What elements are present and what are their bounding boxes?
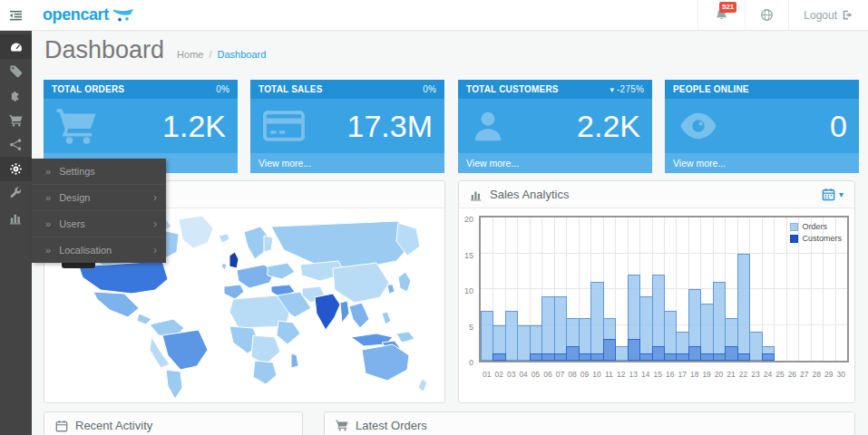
x-tick-label: 09 — [579, 370, 590, 379]
bar-orders-20 — [713, 282, 726, 361]
sidebar-item-catalog[interactable] — [0, 59, 32, 83]
logout-button[interactable]: Logout — [788, 0, 868, 30]
chart-range-button[interactable] — [822, 188, 844, 201]
tile-percent: -275% — [617, 84, 644, 94]
x-tick-label: 18 — [688, 370, 700, 379]
bar-orders-06 — [541, 296, 554, 361]
view-more-link[interactable]: View more... — [250, 153, 444, 173]
gridline — [774, 218, 775, 361]
cart-icon — [9, 114, 23, 127]
bar-customers-17 — [676, 353, 688, 361]
view-more-link[interactable]: View more... — [458, 153, 652, 173]
x-tick-label: 13 — [628, 370, 639, 379]
x-tick-label: 15 — [652, 370, 664, 379]
tile-people-online: PEOPLE ONLINE 0 View more... — [665, 80, 859, 173]
bar-orders-10 — [590, 282, 603, 361]
submenu-item-design[interactable]: Design — [32, 185, 166, 211]
breadcrumb-home[interactable]: Home — [177, 49, 203, 60]
recent-activity-panel: Recent Activity — [44, 411, 303, 435]
bar-customers-24 — [762, 353, 775, 361]
bar-orders-12 — [615, 346, 628, 361]
sidebar-item-sales[interactable] — [0, 108, 32, 132]
x-tick-label: 27 — [798, 370, 810, 379]
x-tick-label: 04 — [517, 370, 529, 379]
panel-title: Recent Activity — [75, 419, 152, 432]
chart-area: 05101520 OrdersCustomers 010203040506070… — [459, 208, 854, 402]
menu-toggle-button[interactable] — [0, 0, 32, 30]
tile-value: 2.2K — [577, 109, 640, 144]
chevron-right-icon — [153, 218, 157, 230]
sidebar — [0, 30, 32, 435]
x-tick-label: 05 — [530, 370, 541, 379]
x-tick-label: 23 — [749, 370, 761, 379]
bar-orders-03 — [505, 311, 518, 361]
sidebar-item-tools[interactable] — [0, 181, 32, 206]
y-tick-label: 10 — [464, 286, 473, 295]
submenu-item-localisation[interactable]: Localisation — [32, 237, 166, 263]
legend-swatch — [790, 223, 798, 231]
legend-swatch — [790, 235, 798, 243]
bar-customers-22 — [737, 353, 750, 361]
logo-text: opencart — [43, 5, 109, 24]
sidebar-item-extensions[interactable] — [0, 83, 32, 108]
logo-cart-icon — [112, 8, 134, 22]
credit-card-icon — [262, 108, 306, 144]
x-tick-label: 29 — [823, 370, 834, 379]
view-more-link[interactable]: View more... — [665, 153, 859, 173]
notifications-button[interactable]: 521 — [697, 0, 745, 30]
opencart-logo[interactable]: opencart — [43, 0, 134, 30]
y-tick-label: 0 — [469, 358, 473, 367]
bar-customers-20 — [713, 353, 726, 361]
panel-title: Sales Analytics — [490, 188, 569, 201]
x-tick-label: 24 — [762, 370, 774, 379]
submenu-label: Settings — [59, 166, 95, 177]
x-tick-label: 19 — [700, 370, 712, 379]
y-tick-label: 5 — [469, 323, 473, 332]
sidebar-item-dashboard[interactable] — [0, 34, 32, 59]
logout-label: Logout — [804, 9, 837, 22]
tile-label: TOTAL SALES — [258, 84, 323, 94]
x-tick-label: 28 — [811, 370, 823, 379]
tile-label: TOTAL CUSTOMERS — [466, 84, 559, 94]
submenu-label: Design — [59, 192, 90, 203]
y-tick-label: 15 — [464, 251, 473, 260]
stores-button[interactable] — [745, 0, 788, 30]
double-angle-right-icon — [45, 166, 51, 177]
y-tick-label: 20 — [464, 215, 473, 224]
breadcrumb: Home/Dashboard — [177, 49, 266, 60]
bar-customers-14 — [639, 353, 652, 361]
tile-percent: 0% — [423, 84, 436, 94]
outdent-icon — [9, 9, 23, 22]
chevron-right-icon — [153, 191, 157, 204]
bar-customers-21 — [725, 346, 737, 361]
panel-title: Latest Orders — [356, 419, 427, 432]
x-tick-label: 26 — [786, 370, 798, 379]
x-tick-label: 22 — [737, 370, 749, 379]
wrench-icon — [9, 187, 23, 200]
sidebar-item-system[interactable] — [0, 157, 32, 181]
submenu-item-settings[interactable]: Settings — [32, 159, 166, 185]
x-tick-label: 20 — [713, 370, 725, 379]
sidebar-item-reports[interactable] — [0, 206, 32, 230]
calendar-icon — [822, 188, 835, 201]
double-angle-right-icon — [45, 218, 51, 229]
share-icon — [9, 138, 23, 151]
x-tick-label: 08 — [566, 370, 578, 379]
bar-customers-15 — [652, 346, 665, 361]
x-tick-label: 11 — [603, 370, 615, 379]
user-icon — [470, 108, 506, 144]
bar-customers-10 — [590, 353, 603, 361]
tile-percent: 0% — [216, 84, 229, 94]
x-tick-label: 02 — [493, 370, 504, 379]
bar-customers-13 — [628, 339, 640, 361]
bar-orders-14 — [639, 296, 652, 361]
x-tick-label: 17 — [676, 370, 688, 379]
sidebar-item-marketing[interactable] — [0, 132, 32, 157]
bar-customers-05 — [530, 353, 542, 361]
tile-value: 1.2K — [162, 109, 226, 144]
submenu-item-users[interactable]: Users — [32, 211, 166, 237]
breadcrumb-dashboard[interactable]: Dashboard — [218, 49, 267, 60]
x-tick-label: 01 — [481, 370, 493, 379]
bar-orders-01 — [481, 311, 493, 361]
page-title: Dashboard — [44, 36, 164, 64]
